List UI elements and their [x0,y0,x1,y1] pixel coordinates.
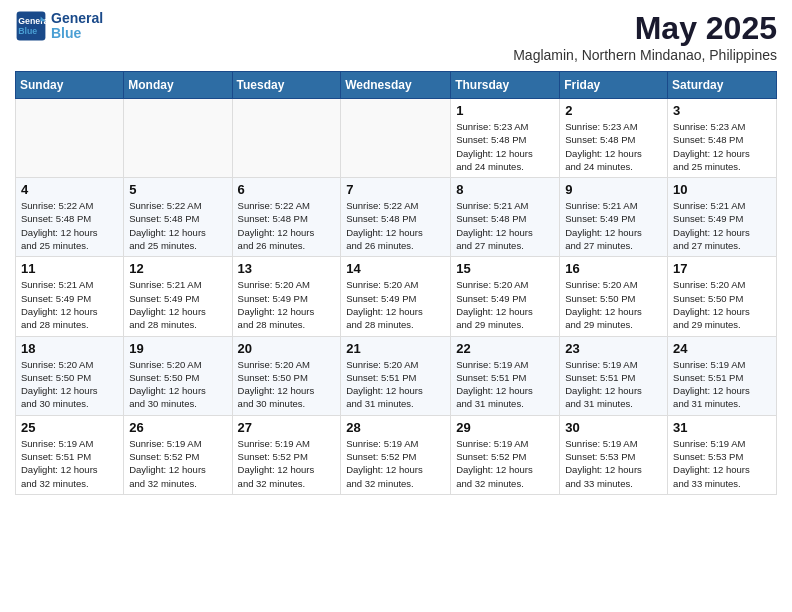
day-info: Sunrise: 5:20 AM Sunset: 5:51 PM Dayligh… [346,358,445,411]
day-number: 30 [565,420,662,435]
day-info: Sunrise: 5:20 AM Sunset: 5:50 PM Dayligh… [238,358,336,411]
weekday-header: Wednesday [341,72,451,99]
calendar-cell: 10Sunrise: 5:21 AM Sunset: 5:49 PM Dayli… [668,178,777,257]
calendar-cell [124,99,232,178]
day-number: 14 [346,261,445,276]
calendar-cell: 14Sunrise: 5:20 AM Sunset: 5:49 PM Dayli… [341,257,451,336]
day-number: 22 [456,341,554,356]
day-number: 15 [456,261,554,276]
calendar-cell: 5Sunrise: 5:22 AM Sunset: 5:48 PM Daylig… [124,178,232,257]
day-info: Sunrise: 5:23 AM Sunset: 5:48 PM Dayligh… [565,120,662,173]
day-number: 6 [238,182,336,197]
weekday-header: Saturday [668,72,777,99]
calendar-cell: 30Sunrise: 5:19 AM Sunset: 5:53 PM Dayli… [560,415,668,494]
calendar-week-row: 1Sunrise: 5:23 AM Sunset: 5:48 PM Daylig… [16,99,777,178]
svg-text:General: General [18,16,47,26]
day-number: 9 [565,182,662,197]
calendar-cell: 12Sunrise: 5:21 AM Sunset: 5:49 PM Dayli… [124,257,232,336]
day-number: 21 [346,341,445,356]
calendar-cell: 22Sunrise: 5:19 AM Sunset: 5:51 PM Dayli… [451,336,560,415]
header: General Blue General Blue May 2025 Magla… [15,10,777,63]
calendar-cell: 1Sunrise: 5:23 AM Sunset: 5:48 PM Daylig… [451,99,560,178]
day-info: Sunrise: 5:19 AM Sunset: 5:51 PM Dayligh… [565,358,662,411]
day-info: Sunrise: 5:19 AM Sunset: 5:52 PM Dayligh… [456,437,554,490]
calendar-cell: 28Sunrise: 5:19 AM Sunset: 5:52 PM Dayli… [341,415,451,494]
calendar-cell: 9Sunrise: 5:21 AM Sunset: 5:49 PM Daylig… [560,178,668,257]
calendar-cell: 16Sunrise: 5:20 AM Sunset: 5:50 PM Dayli… [560,257,668,336]
calendar-cell: 17Sunrise: 5:20 AM Sunset: 5:50 PM Dayli… [668,257,777,336]
day-info: Sunrise: 5:20 AM Sunset: 5:49 PM Dayligh… [238,278,336,331]
day-number: 24 [673,341,771,356]
day-number: 10 [673,182,771,197]
calendar-cell: 24Sunrise: 5:19 AM Sunset: 5:51 PM Dayli… [668,336,777,415]
day-number: 7 [346,182,445,197]
main-title: May 2025 [513,10,777,47]
weekday-header: Tuesday [232,72,341,99]
svg-text:Blue: Blue [18,26,37,36]
day-number: 25 [21,420,118,435]
day-number: 20 [238,341,336,356]
weekday-header: Sunday [16,72,124,99]
calendar-cell: 2Sunrise: 5:23 AM Sunset: 5:48 PM Daylig… [560,99,668,178]
day-info: Sunrise: 5:23 AM Sunset: 5:48 PM Dayligh… [456,120,554,173]
subtitle: Maglamin, Northern Mindanao, Philippines [513,47,777,63]
day-number: 2 [565,103,662,118]
day-info: Sunrise: 5:19 AM Sunset: 5:51 PM Dayligh… [21,437,118,490]
day-info: Sunrise: 5:23 AM Sunset: 5:48 PM Dayligh… [673,120,771,173]
calendar-cell: 20Sunrise: 5:20 AM Sunset: 5:50 PM Dayli… [232,336,341,415]
day-number: 5 [129,182,226,197]
day-number: 1 [456,103,554,118]
calendar-cell: 19Sunrise: 5:20 AM Sunset: 5:50 PM Dayli… [124,336,232,415]
logo-text: General Blue [51,11,103,42]
calendar-cell [232,99,341,178]
day-number: 13 [238,261,336,276]
day-info: Sunrise: 5:19 AM Sunset: 5:53 PM Dayligh… [565,437,662,490]
day-number: 8 [456,182,554,197]
calendar-cell: 31Sunrise: 5:19 AM Sunset: 5:53 PM Dayli… [668,415,777,494]
day-number: 28 [346,420,445,435]
day-info: Sunrise: 5:20 AM Sunset: 5:49 PM Dayligh… [346,278,445,331]
calendar-header-row: SundayMondayTuesdayWednesdayThursdayFrid… [16,72,777,99]
calendar-cell: 3Sunrise: 5:23 AM Sunset: 5:48 PM Daylig… [668,99,777,178]
day-info: Sunrise: 5:20 AM Sunset: 5:49 PM Dayligh… [456,278,554,331]
calendar-cell [16,99,124,178]
weekday-header: Friday [560,72,668,99]
day-info: Sunrise: 5:20 AM Sunset: 5:50 PM Dayligh… [129,358,226,411]
day-info: Sunrise: 5:19 AM Sunset: 5:52 PM Dayligh… [238,437,336,490]
calendar-week-row: 25Sunrise: 5:19 AM Sunset: 5:51 PM Dayli… [16,415,777,494]
calendar-cell: 21Sunrise: 5:20 AM Sunset: 5:51 PM Dayli… [341,336,451,415]
title-section: May 2025 Maglamin, Northern Mindanao, Ph… [513,10,777,63]
day-info: Sunrise: 5:19 AM Sunset: 5:51 PM Dayligh… [456,358,554,411]
calendar-cell: 11Sunrise: 5:21 AM Sunset: 5:49 PM Dayli… [16,257,124,336]
weekday-header: Monday [124,72,232,99]
day-number: 29 [456,420,554,435]
calendar-cell: 29Sunrise: 5:19 AM Sunset: 5:52 PM Dayli… [451,415,560,494]
logo-icon: General Blue [15,10,47,42]
day-info: Sunrise: 5:19 AM Sunset: 5:53 PM Dayligh… [673,437,771,490]
calendar-cell: 26Sunrise: 5:19 AM Sunset: 5:52 PM Dayli… [124,415,232,494]
weekday-header: Thursday [451,72,560,99]
day-info: Sunrise: 5:19 AM Sunset: 5:52 PM Dayligh… [129,437,226,490]
calendar-cell: 13Sunrise: 5:20 AM Sunset: 5:49 PM Dayli… [232,257,341,336]
day-number: 16 [565,261,662,276]
day-info: Sunrise: 5:21 AM Sunset: 5:49 PM Dayligh… [129,278,226,331]
calendar-cell: 27Sunrise: 5:19 AM Sunset: 5:52 PM Dayli… [232,415,341,494]
calendar-cell: 8Sunrise: 5:21 AM Sunset: 5:48 PM Daylig… [451,178,560,257]
calendar-cell: 15Sunrise: 5:20 AM Sunset: 5:49 PM Dayli… [451,257,560,336]
day-number: 23 [565,341,662,356]
day-number: 26 [129,420,226,435]
calendar-cell: 7Sunrise: 5:22 AM Sunset: 5:48 PM Daylig… [341,178,451,257]
day-number: 17 [673,261,771,276]
logo: General Blue General Blue [15,10,103,42]
calendar-cell: 6Sunrise: 5:22 AM Sunset: 5:48 PM Daylig… [232,178,341,257]
day-info: Sunrise: 5:20 AM Sunset: 5:50 PM Dayligh… [21,358,118,411]
day-info: Sunrise: 5:20 AM Sunset: 5:50 PM Dayligh… [673,278,771,331]
day-info: Sunrise: 5:20 AM Sunset: 5:50 PM Dayligh… [565,278,662,331]
calendar-week-row: 4Sunrise: 5:22 AM Sunset: 5:48 PM Daylig… [16,178,777,257]
calendar-cell: 23Sunrise: 5:19 AM Sunset: 5:51 PM Dayli… [560,336,668,415]
page: General Blue General Blue May 2025 Magla… [0,0,792,510]
calendar-week-row: 11Sunrise: 5:21 AM Sunset: 5:49 PM Dayli… [16,257,777,336]
day-info: Sunrise: 5:21 AM Sunset: 5:49 PM Dayligh… [21,278,118,331]
calendar-cell: 18Sunrise: 5:20 AM Sunset: 5:50 PM Dayli… [16,336,124,415]
day-number: 19 [129,341,226,356]
